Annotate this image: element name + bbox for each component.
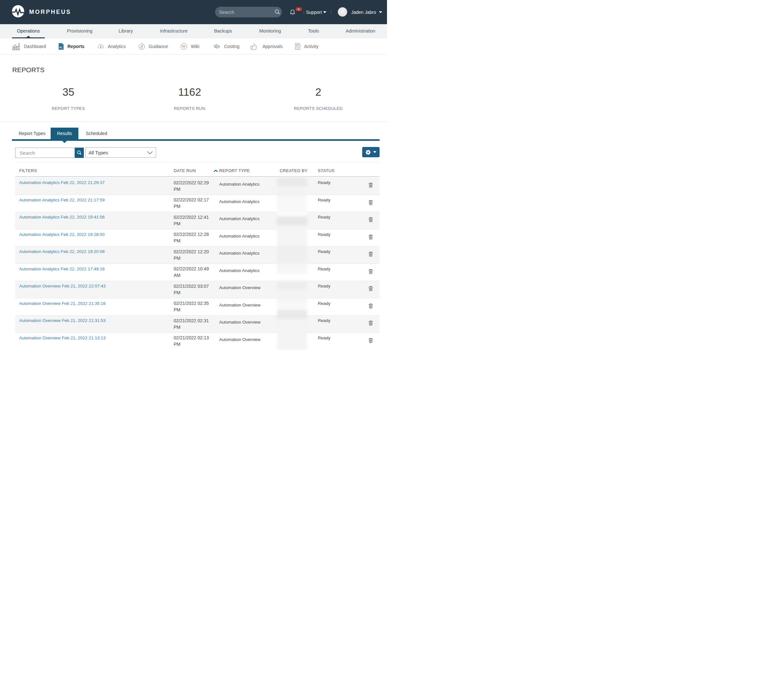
svg-text:W: W — [182, 44, 186, 49]
